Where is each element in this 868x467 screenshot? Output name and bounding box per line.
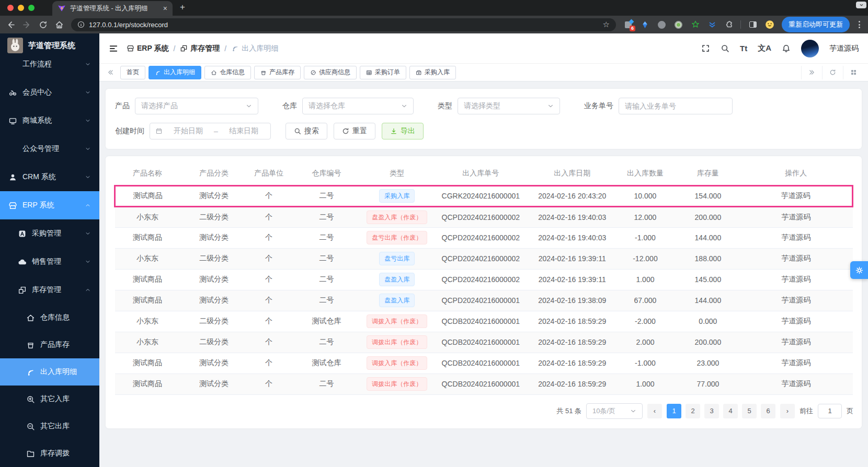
sidebar-item-stock-admin[interactable]: 库存管理	[0, 276, 99, 304]
bizno-input[interactable]	[619, 98, 733, 114]
sidebar-item-sales-admin[interactable]: 销售管理	[0, 248, 99, 276]
notification-bell-icon[interactable]	[782, 44, 791, 53]
theme-settings-button[interactable]	[850, 261, 868, 279]
type-select[interactable]: 请选择类型	[458, 98, 560, 114]
fullscreen-icon[interactable]	[701, 44, 710, 53]
warehouse-select[interactable]: 请选择仓库	[302, 98, 414, 114]
extension-monkey-icon[interactable]: 6	[623, 20, 633, 30]
sidebar-fold-icon[interactable]	[109, 44, 118, 53]
sidebar-item-other-out[interactable]: 其它出库	[0, 413, 99, 440]
breadcrumb-item[interactable]: 库存管理	[180, 44, 220, 53]
product-select[interactable]: 请选择产品	[135, 98, 258, 114]
font-size-icon[interactable]: Tt	[740, 44, 747, 53]
browser-update-button[interactable]: 重新启动即可更新	[782, 17, 850, 32]
maximize-window-button[interactable]	[28, 5, 35, 11]
user-avatar[interactable]	[801, 40, 819, 57]
extensions-puzzle-icon[interactable]	[724, 20, 734, 30]
cell-order-no: QCDB20240216000001	[431, 311, 530, 332]
tags-layout-grid-icon[interactable]	[843, 66, 864, 79]
sidebar-item-member-center[interactable]: 会员中心	[0, 78, 99, 107]
table-row[interactable]: 小东东二级分类个二号盘亏出库QCPD202402160000022024-02-…	[115, 248, 853, 269]
close-window-button[interactable]	[7, 5, 14, 11]
chrome-corner-chevron[interactable]	[856, 2, 866, 8]
sidebar-item-crm-system[interactable]: CRM 系统	[0, 163, 99, 191]
page-button-2[interactable]: 2	[686, 404, 700, 418]
side-panel-icon[interactable]	[748, 20, 758, 30]
cell-order-no: QCDB20240216000001	[431, 332, 530, 353]
extension-gray-circle-icon[interactable]	[657, 20, 667, 30]
chevdown-icon	[85, 118, 91, 124]
page-button-4[interactable]: 4	[723, 404, 738, 418]
sidebar-item-erp-system[interactable]: ERP 系统	[0, 191, 99, 219]
browser-tab[interactable]: 芋道管理系统 - 出入库明细 ×	[52, 1, 173, 16]
export-button[interactable]: 导出	[382, 123, 424, 139]
tab-close-icon[interactable]: ×	[163, 5, 167, 12]
table-row[interactable]: 小东东二级分类个测试仓库调拨入库（作废）QCDB2024021600000120…	[115, 311, 853, 332]
site-info-icon[interactable]	[77, 21, 85, 28]
breadcrumb-item[interactable]: ERP 系统	[127, 44, 168, 53]
table-row[interactable]: 测试商品测试分类个二号盘盈入库QCPD202402160000022024-02…	[115, 269, 853, 290]
sidebar-item-purchase-admin[interactable]: 采购管理	[0, 219, 99, 248]
search-button[interactable]: 搜索	[285, 123, 327, 139]
cell-order-no: QCPD20240216000002	[431, 227, 530, 248]
page-size-select[interactable]: 10条/页	[586, 403, 643, 419]
filter-date: 创建时间 开始日期 – 结束日期	[115, 123, 271, 139]
reset-button[interactable]: 重置	[334, 123, 375, 139]
sidebar-item-mall-system[interactable]: 商城系统	[0, 107, 99, 135]
tags-scroll-left-icon[interactable]	[104, 66, 117, 79]
table-row[interactable]: 测试商品测试分类个二号盘亏出库（作废）QCPD20240216000002202…	[115, 227, 853, 248]
sidebar-item-stock-record[interactable]: 出入库明细	[0, 358, 99, 386]
reload-icon[interactable]	[39, 20, 48, 29]
bookmark-star-icon[interactable]: ☆	[603, 20, 610, 29]
tags-refresh-icon[interactable]	[822, 66, 843, 79]
table-row[interactable]: 测试商品测试分类个二号调拨出库（作废）QCDB20240216000001202…	[115, 373, 853, 394]
table-row[interactable]: 小东东二级分类个二号调拨出库（作废）QCDB202402160000012024…	[115, 332, 853, 353]
goto-page-input[interactable]	[818, 404, 842, 418]
cell-operator: 芋道源码	[739, 185, 853, 206]
minimize-window-button[interactable]	[18, 5, 24, 11]
page-button-3[interactable]: 3	[704, 404, 719, 418]
sidebar-item-product-stock[interactable]: 产品库存	[0, 331, 99, 358]
tag-home[interactable]: 首页	[120, 66, 145, 79]
date-range-picker[interactable]: 开始日期 – 结束日期	[150, 123, 271, 139]
tag-supplier-info[interactable]: 供应商信息	[304, 66, 357, 79]
page-button-1[interactable]: 1	[667, 404, 681, 418]
extension-chevrons-icon[interactable]	[707, 20, 717, 30]
url-text[interactable]: 127.0.0.1/erp/stock/record	[89, 21, 599, 29]
cell-warehouse: 二号	[290, 373, 363, 394]
page-button-6[interactable]: 6	[761, 404, 775, 418]
sidebar-item-mp-admin[interactable]: 公众号管理	[0, 135, 99, 163]
browser-menu-icon[interactable]	[857, 21, 862, 28]
home-icon[interactable]	[55, 20, 64, 29]
address-bar[interactable]: 127.0.0.1/erp/stock/record ☆	[71, 18, 616, 31]
window-controls[interactable]	[0, 5, 43, 16]
tag-stock-record[interactable]: 出入库明细	[149, 66, 201, 79]
profile-emoji-icon[interactable]	[764, 20, 774, 30]
table-row[interactable]: 小东东二级分类个二号盘盈入库（作废）QCPD202402160000022024…	[115, 206, 853, 227]
prev-page-button[interactable]: ‹	[647, 404, 662, 418]
tag-warehouse-info[interactable]: 仓库信息	[204, 66, 251, 79]
back-icon[interactable]	[6, 20, 15, 29]
new-tab-button[interactable]: +	[180, 2, 185, 16]
sidebar-item-other-in[interactable]: 其它入库	[0, 386, 99, 413]
username[interactable]: 芋道源码	[829, 44, 859, 53]
table-row[interactable]: 测试商品测试分类个二号盘盈入库QCPD202402160000012024-02…	[115, 290, 853, 311]
extension-star-icon[interactable]	[690, 20, 700, 30]
search-icon[interactable]	[721, 44, 729, 53]
tag-purchase-order[interactable]: 采购订单	[360, 66, 406, 79]
locale-icon[interactable]: 文A	[758, 43, 771, 53]
tag-product-stock[interactable]: 产品库存	[254, 66, 301, 79]
forward-icon[interactable]	[22, 20, 31, 29]
type-badge: 调拨入库（作废）	[367, 356, 427, 370]
extension-kite-icon[interactable]	[640, 20, 650, 30]
tag-purchase-in[interactable]: 采购入库	[409, 66, 456, 79]
next-page-button[interactable]: ›	[780, 404, 795, 418]
tags-scroll-right-icon[interactable]	[801, 66, 822, 79]
table-row[interactable]: 测试商品测试分类个二号采购入库CGRK202402160000012024-02…	[115, 185, 853, 206]
sidebar-item-stock-move[interactable]: 库存调拨	[0, 440, 99, 467]
page-button-5[interactable]: 5	[742, 404, 757, 418]
sidebar-item-warehouse-info[interactable]: 仓库信息	[0, 304, 99, 331]
table-row[interactable]: 测试商品测试分类个测试仓库调拨入库（作废）QCDB202402160000012…	[115, 353, 853, 373]
app-logo[interactable]: 芋道管理系统	[0, 33, 99, 57]
extension-green-circle-icon[interactable]	[673, 20, 683, 30]
